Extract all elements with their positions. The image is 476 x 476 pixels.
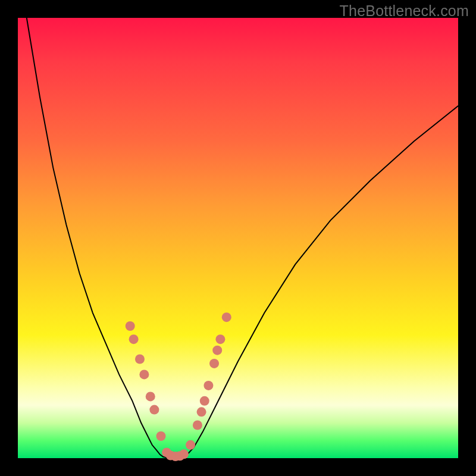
data-point bbox=[215, 334, 225, 344]
data-point bbox=[146, 392, 155, 401]
bottleneck-curve bbox=[27, 18, 458, 458]
curve-layer bbox=[27, 18, 458, 458]
data-point bbox=[179, 449, 189, 459]
data-point bbox=[129, 334, 139, 344]
data-point bbox=[212, 346, 222, 355]
plot-area bbox=[18, 18, 458, 458]
outer-frame: TheBottleneck.com bbox=[0, 0, 476, 476]
data-point bbox=[200, 396, 209, 406]
data-point bbox=[197, 407, 206, 416]
marker-layer bbox=[126, 312, 231, 461]
chart-svg bbox=[18, 18, 458, 458]
data-point bbox=[209, 359, 219, 368]
data-point bbox=[156, 431, 166, 441]
data-point bbox=[149, 405, 159, 415]
data-point bbox=[193, 421, 202, 430]
watermark-text: TheBottleneck.com bbox=[340, 2, 469, 20]
data-point bbox=[126, 321, 135, 331]
data-point bbox=[135, 355, 145, 364]
data-point bbox=[222, 312, 231, 322]
data-point bbox=[203, 381, 213, 390]
data-point bbox=[139, 369, 149, 379]
data-point bbox=[186, 440, 195, 450]
